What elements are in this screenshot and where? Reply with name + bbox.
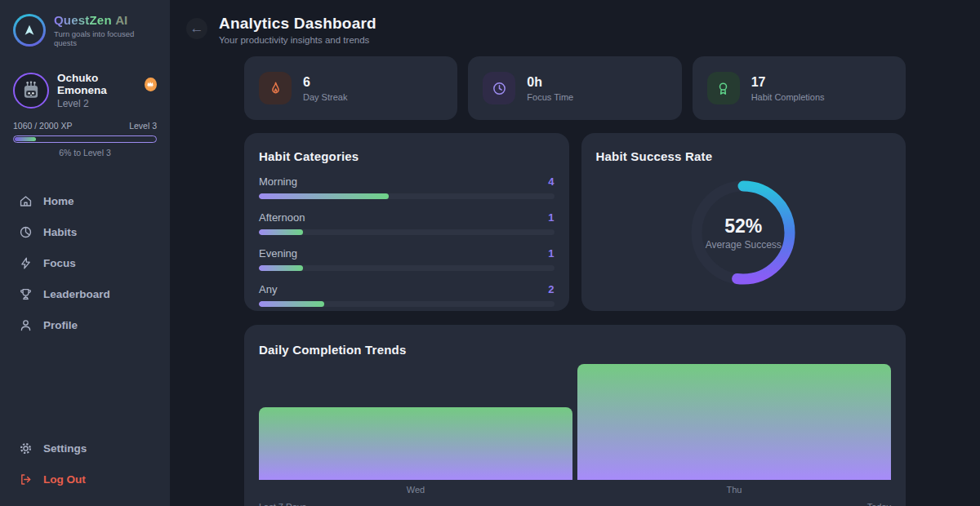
stat-value: 6 bbox=[303, 75, 347, 90]
category-row-afternoon: Afternoon 1 bbox=[259, 211, 555, 235]
category-label: Afternoon bbox=[259, 211, 305, 224]
category-row-evening: Evening 1 bbox=[259, 247, 555, 271]
sidebar-item-label: Profile bbox=[43, 319, 78, 331]
stat-value: 0h bbox=[527, 75, 573, 90]
category-bar-fill bbox=[259, 265, 303, 271]
xp-caption: 6% to Level 3 bbox=[13, 148, 157, 158]
stat-label: Focus Time bbox=[527, 92, 573, 102]
stat-label: Habit Completions bbox=[751, 92, 825, 102]
sidebar-item-home[interactable]: Home bbox=[13, 185, 157, 216]
success-rate-card: Habit Success Rate bbox=[581, 133, 906, 311]
xp-bar-fill bbox=[15, 137, 36, 141]
success-rate-title: Habit Success Rate bbox=[596, 149, 892, 163]
profile-icon bbox=[18, 317, 33, 332]
category-bar-fill bbox=[259, 229, 303, 235]
app-name: QuestZen bbox=[54, 13, 112, 27]
stat-value: 17 bbox=[751, 75, 825, 90]
crown-badge-icon bbox=[145, 78, 157, 91]
sidebar-item-leaderboard[interactable]: Leaderboard bbox=[13, 278, 157, 309]
sidebar-nav: Home Habits Focus Leaderboard Profile bbox=[13, 185, 157, 340]
flame-icon bbox=[259, 72, 292, 104]
category-bar-fill bbox=[259, 193, 389, 199]
page-subtitle: Your productivity insights and trends bbox=[219, 35, 376, 45]
habits-icon bbox=[18, 224, 33, 239]
page-header: ← Analytics Dashboard Your productivity … bbox=[170, 0, 980, 45]
habit-categories-card: Habit Categories Morning 4 Afternoon 1 bbox=[244, 133, 569, 311]
home-icon bbox=[18, 193, 33, 208]
user-profile[interactable]: Ochuko Emonena Level 2 bbox=[13, 72, 157, 109]
back-button[interactable]: ← bbox=[186, 18, 207, 39]
category-value: 1 bbox=[548, 211, 554, 224]
category-row-any: Any 2 bbox=[259, 283, 555, 307]
sidebar-item-habits[interactable]: Habits bbox=[13, 216, 157, 247]
trend-footer-right: Today bbox=[867, 502, 891, 506]
sidebar-item-label: Log Out bbox=[43, 473, 86, 486]
category-bar-track bbox=[259, 301, 555, 307]
daily-trends-title: Daily Completion Trends bbox=[259, 343, 891, 357]
sidebar-item-label: Focus bbox=[43, 257, 76, 269]
logo-ring bbox=[13, 14, 46, 47]
sidebar-item-label: Leaderboard bbox=[43, 288, 110, 300]
category-bar-track bbox=[259, 193, 555, 199]
stat-label: Day Streak bbox=[303, 92, 347, 102]
success-rate-donut: 52% Average Success bbox=[686, 175, 800, 290]
trend-bar-thu[interactable] bbox=[577, 364, 891, 480]
xp-bar bbox=[13, 135, 157, 143]
success-rate-value: 52% bbox=[724, 215, 762, 237]
trend-bar-label: Wed bbox=[259, 485, 572, 495]
sidebar-item-label: Settings bbox=[43, 442, 87, 455]
category-bar-track bbox=[259, 265, 555, 271]
habit-categories-title: Habit Categories bbox=[259, 149, 555, 163]
next-level-label: Level 3 bbox=[129, 121, 157, 131]
leaderboard-icon bbox=[18, 286, 33, 301]
user-name: Ochuko Emonena bbox=[57, 72, 140, 96]
sidebar-item-label: Home bbox=[43, 195, 74, 207]
sidebar-item-logout[interactable]: Log Out bbox=[13, 464, 157, 495]
category-bar-track bbox=[259, 229, 555, 235]
award-icon bbox=[707, 72, 740, 104]
clock-icon bbox=[483, 72, 515, 104]
sidebar-item-profile[interactable]: Profile bbox=[13, 309, 157, 340]
avatar bbox=[13, 73, 49, 109]
sidebar-item-label: Habits bbox=[43, 226, 77, 238]
stat-card-habit-completions: 17 Habit Completions bbox=[693, 56, 906, 120]
category-label: Any bbox=[259, 283, 277, 295]
sidebar-item-focus[interactable]: Focus bbox=[13, 247, 157, 278]
sidebar: QuestZen AI Turn goals into focused ques… bbox=[0, 0, 170, 506]
stat-card-focus-time: 0h Focus Time bbox=[468, 56, 681, 120]
category-value: 2 bbox=[548, 283, 554, 295]
xp-progress: 1060 / 2000 XP Level 3 6% to Level 3 bbox=[13, 121, 157, 158]
daily-trends-card: Daily Completion Trends Wed Thu Last 7 D… bbox=[244, 325, 906, 506]
category-value: 1 bbox=[548, 247, 554, 260]
category-bar-fill bbox=[259, 301, 324, 307]
category-value: 4 bbox=[548, 175, 554, 188]
app-tagline: Turn goals into focused quests bbox=[54, 29, 157, 47]
logout-icon bbox=[18, 472, 33, 486]
settings-icon bbox=[18, 441, 33, 455]
stat-cards: 6 Day Streak 0h Focus Time 17 bbox=[244, 56, 906, 120]
user-level: Level 2 bbox=[57, 98, 157, 109]
category-label: Evening bbox=[259, 247, 297, 260]
category-row-morning: Morning 4 bbox=[259, 175, 555, 199]
xp-label: 1060 / 2000 XP bbox=[13, 121, 72, 131]
sidebar-item-settings[interactable]: Settings bbox=[13, 433, 157, 464]
trend-bar-label: Thu bbox=[577, 485, 891, 495]
focus-icon bbox=[18, 255, 33, 270]
success-rate-caption: Average Success bbox=[706, 239, 782, 251]
category-label: Morning bbox=[259, 175, 297, 188]
trend-bar-wed[interactable] bbox=[259, 407, 572, 480]
page-title: Analytics Dashboard bbox=[219, 15, 376, 33]
stat-card-day-streak: 6 Day Streak bbox=[244, 56, 457, 120]
app-logo: QuestZen AI Turn goals into focused ques… bbox=[13, 13, 157, 47]
main-content: ← Analytics Dashboard Your productivity … bbox=[170, 0, 980, 506]
app-name-suffix: AI bbox=[115, 13, 127, 27]
trend-footer-left: Last 7 Days bbox=[259, 502, 306, 506]
navigation-arrow-icon bbox=[22, 23, 37, 38]
robot-avatar-icon bbox=[20, 80, 42, 101]
trend-bars bbox=[259, 364, 891, 480]
